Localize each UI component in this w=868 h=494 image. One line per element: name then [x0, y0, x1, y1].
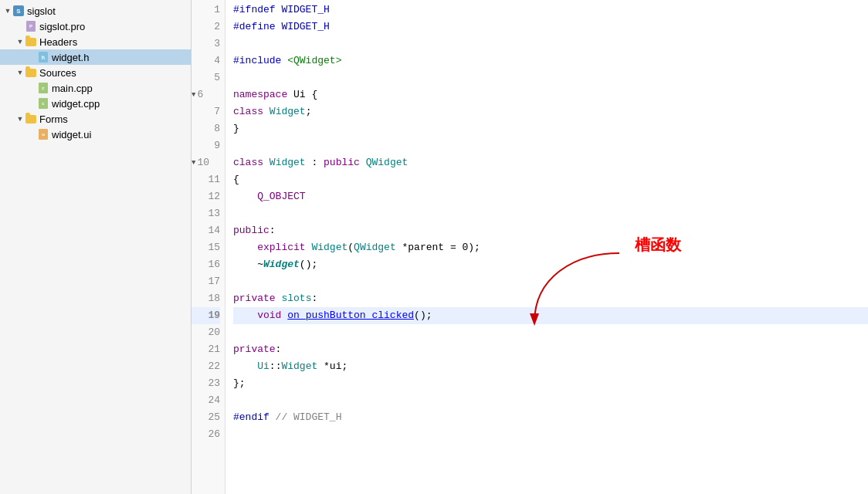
chevron-down-icon: ▼ [15, 68, 25, 77]
file-tree-sidebar: ▼ S sigslot ▶ P sigslot.pro ▼ Headers ▶ … [0, 0, 192, 494]
chevron-down-icon: ▼ [15, 114, 25, 124]
code-line-22: Ui::Widget *ui; [233, 358, 868, 375]
code-line-12: Q_OBJECT [233, 188, 868, 205]
project-icon: S [12, 5, 25, 17]
code-line-18: private slots: [233, 290, 868, 307]
sidebar-item-forms[interactable]: ▼ Forms [0, 111, 191, 127]
widget-ui-file-icon: u [37, 128, 49, 140]
forms-label: Forms [39, 113, 68, 125]
widget-h-file-icon: h [37, 51, 49, 63]
code-line-15: explicit Widget(QWidget *parent = 0); [233, 239, 868, 256]
code-line-1: #ifndef WIDGET_H [233, 2, 868, 19]
code-line-2: #define WIDGET_H [233, 19, 868, 36]
code-editor[interactable]: 1 2 3 4 5 ▼6 7 8 9 ▼10 11 12 13 14 15 16… [192, 0, 868, 494]
project-label: sigslot [27, 5, 56, 17]
code-line-17 [233, 273, 868, 290]
code-line-25: #endif // WIDGET_H [233, 409, 868, 426]
code-line-10: class Widget : public QWidget [233, 154, 868, 171]
sidebar-item-headers[interactable]: ▼ Headers [0, 34, 191, 49]
sidebar-item-sources[interactable]: ▼ Sources [0, 65, 191, 80]
pro-file-icon: P [25, 20, 37, 32]
headers-folder-icon [25, 36, 37, 48]
widget-cpp-label: widget.cpp [52, 98, 100, 110]
main-cpp-label: main.cpp [52, 83, 93, 94]
code-line-6: namespace Ui { [233, 86, 868, 103]
code-line-3 [233, 36, 868, 52]
code-line-24 [233, 392, 868, 409]
code-line-14: public: [233, 222, 868, 239]
project-root-item[interactable]: ▼ S sigslot [0, 3, 191, 19]
code-line-21: private: [233, 341, 868, 358]
sidebar-item-main-cpp[interactable]: ▶ c main.cpp [0, 80, 191, 96]
sidebar-item-sigslot-pro[interactable]: ▶ P sigslot.pro [0, 19, 191, 34]
sidebar-item-widget-cpp[interactable]: ▶ c widget.cpp [0, 96, 191, 111]
code-line-23: }; [233, 375, 868, 392]
widget-h-label: widget.h [52, 52, 89, 63]
code-line-5 [233, 69, 868, 86]
chevron-down-icon: ▼ [3, 6, 12, 15]
code-line-16: ~Widget(); [233, 256, 868, 273]
forms-folder-icon [25, 113, 37, 125]
sigslot-pro-label: sigslot.pro [39, 21, 85, 32]
code-line-4: #include <QWidget> [233, 52, 868, 69]
code-line-11: { [233, 171, 868, 188]
sources-folder-icon [25, 66, 37, 79]
code-line-20 [233, 324, 868, 341]
main-cpp-file-icon: c [37, 82, 49, 94]
sources-label: Sources [39, 67, 76, 79]
headers-label: Headers [39, 36, 77, 48]
code-line-9 [233, 137, 868, 154]
widget-cpp-file-icon: c [37, 97, 49, 110]
code-line-7: class Widget; [233, 103, 868, 120]
code-line-8: } [233, 120, 868, 137]
code-content[interactable]: #ifndef WIDGET_H #define WIDGET_H #inclu… [225, 0, 868, 494]
code-line-26 [233, 426, 868, 443]
sidebar-item-widget-ui[interactable]: ▶ u widget.ui [0, 127, 191, 142]
sidebar-item-widget-h[interactable]: ▶ h widget.h [0, 49, 191, 65]
chevron-down-icon: ▼ [15, 37, 25, 46]
code-line-13 [233, 205, 868, 222]
line-numbers-gutter: 1 2 3 4 5 ▼6 7 8 9 ▼10 11 12 13 14 15 16… [192, 0, 225, 494]
code-line-19: void on_pushButton_clicked(); [233, 307, 868, 324]
widget-ui-label: widget.ui [52, 129, 91, 140]
